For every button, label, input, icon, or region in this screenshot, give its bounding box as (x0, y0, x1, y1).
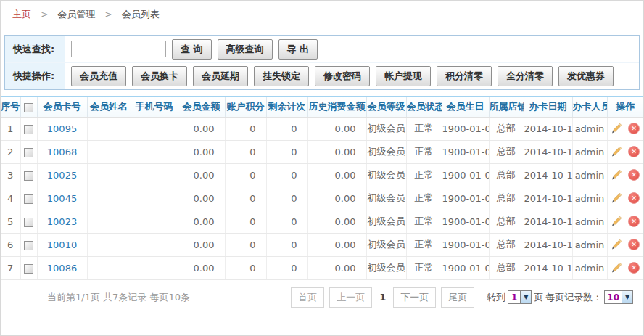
advanced-search-button[interactable]: 高级查询 (218, 39, 273, 60)
operator-cell: admin (572, 117, 607, 140)
next-page-button[interactable]: 下一页 (393, 287, 436, 308)
pagination-bar: 当前第1/1页 共7条记录 每页10条 首页 上一页 1 下一页 尾页 转到 1… (1, 285, 643, 310)
card-number-cell: 10010 (37, 233, 87, 256)
breadcrumb-member-management[interactable]: 会员管理 (57, 9, 95, 20)
level-cell: 初级会员 (366, 140, 406, 163)
delete-icon[interactable] (628, 123, 640, 134)
quick-action-button[interactable]: 发优惠券 (558, 66, 614, 86)
pagesize-value: 10 (605, 291, 622, 303)
operator-cell: admin (572, 210, 607, 233)
operations-cell (607, 187, 643, 210)
pagesize-select[interactable]: 10 ▼ (604, 290, 633, 304)
phone-cell (131, 256, 178, 279)
delete-icon[interactable] (628, 239, 640, 250)
row-checkbox[interactable] (24, 171, 33, 181)
prev-page-button[interactable]: 上一页 (329, 287, 372, 308)
times-cell: 0 (266, 163, 307, 187)
pencil-icon[interactable] (611, 169, 622, 181)
birthday-cell: 1900-01-01 (442, 233, 489, 256)
chevron-down-icon: ▼ (622, 291, 632, 303)
column-header: 会员卡号 (37, 97, 87, 117)
quick-action-button[interactable]: 会员充值 (71, 66, 126, 86)
column-header: 会员生日 (442, 97, 489, 117)
goto-page-value: 1 (508, 291, 520, 303)
delete-icon[interactable] (628, 216, 640, 227)
column-header: 剩余计次 (266, 97, 307, 117)
export-button[interactable]: 导 出 (278, 39, 318, 60)
phone-cell (131, 163, 178, 187)
date-cell: 2014-10-14 (524, 163, 572, 187)
store-cell: 总部 (489, 117, 524, 140)
quick-action-button[interactable]: 会员换卡 (132, 66, 187, 86)
amount-cell: 0.00 (178, 187, 225, 210)
delete-icon[interactable] (628, 146, 640, 157)
quick-action-button[interactable]: 积分清零 (437, 66, 492, 86)
store-cell: 总部 (489, 140, 524, 163)
breadcrumb-member-list[interactable]: 会员列表 (122, 9, 160, 20)
operator-cell: admin (572, 233, 607, 256)
select-all-checkbox[interactable] (24, 103, 33, 112)
breadcrumb-home[interactable]: 主页 (12, 9, 31, 20)
amount-cell: 0.00 (178, 233, 225, 256)
card-number-link[interactable]: 10095 (47, 123, 77, 134)
delete-icon[interactable] (628, 169, 640, 181)
search-input[interactable] (71, 41, 166, 57)
row-checkbox[interactable] (24, 148, 33, 157)
pencil-icon[interactable] (611, 146, 622, 157)
column-header: 办卡人员 (572, 97, 607, 117)
status-cell: 正常 (406, 187, 442, 210)
delete-icon[interactable] (628, 192, 640, 204)
first-page-button[interactable]: 首页 (291, 287, 324, 308)
search-button[interactable]: 查 询 (172, 39, 212, 60)
pencil-icon[interactable] (611, 216, 622, 227)
column-header: 序号 (1, 97, 20, 117)
name-cell (87, 140, 131, 163)
card-number-link[interactable]: 10023 (47, 216, 77, 227)
table-row: 4100450.00000.00初级会员正常1900-01-01总部2014-1… (1, 187, 643, 210)
row-checkbox[interactable] (24, 125, 33, 134)
card-number-link[interactable]: 10045 (47, 193, 77, 204)
goto-page-select[interactable]: 1 ▼ (508, 290, 532, 304)
quick-action-button[interactable]: 修改密码 (315, 66, 370, 86)
amount-cell: 0.00 (178, 163, 225, 187)
pencil-icon[interactable] (611, 239, 622, 250)
row-checkbox[interactable] (24, 218, 33, 227)
pencil-icon[interactable] (611, 192, 622, 204)
quick-action-button[interactable]: 会员延期 (193, 66, 248, 86)
card-number-link[interactable]: 10025 (47, 170, 77, 181)
last-page-button[interactable]: 尾页 (441, 287, 474, 308)
card-number-link[interactable]: 10068 (47, 147, 77, 157)
quick-action-button[interactable]: 帐户提现 (376, 66, 431, 86)
operator-cell: admin (572, 140, 607, 163)
quick-search-row: 快速查找: 查 询 高级查询 导 出 (5, 36, 639, 62)
points-cell: 0 (225, 233, 266, 256)
times-cell: 0 (266, 210, 307, 233)
status-cell: 正常 (406, 256, 442, 279)
current-page-number: 1 (379, 292, 386, 303)
delete-icon[interactable] (628, 262, 640, 274)
points-cell: 0 (225, 210, 266, 233)
row-checkbox-cell (20, 256, 37, 279)
pencil-icon[interactable] (611, 123, 622, 134)
quick-actions-buttons: 会员充值会员换卡会员延期挂失锁定修改密码帐户提现积分清零全分清零发优惠券 (65, 63, 639, 89)
quick-action-button[interactable]: 挂失锁定 (254, 66, 309, 86)
toolbar-panel: 快速查找: 查 询 高级查询 导 出 快捷操作: 会员充值会员换卡会员延期挂失锁… (4, 35, 640, 90)
pagesize-label: 每页记录数： (545, 291, 602, 304)
card-number-cell: 10023 (37, 210, 87, 233)
row-checkbox-cell (20, 117, 37, 140)
card-number-link[interactable]: 10086 (47, 263, 77, 274)
row-checkbox[interactable] (24, 194, 33, 204)
history-cell: 0.00 (307, 187, 366, 210)
chevron-down-icon: ▼ (520, 291, 531, 303)
birthday-cell: 1900-01-01 (442, 210, 489, 233)
pencil-icon[interactable] (611, 262, 622, 274)
column-header: 账户积分 (225, 97, 266, 117)
row-checkbox[interactable] (24, 264, 33, 274)
card-number-link[interactable]: 10010 (47, 239, 77, 250)
index-cell: 3 (1, 163, 20, 187)
store-cell: 总部 (489, 187, 524, 210)
row-checkbox[interactable] (24, 241, 33, 250)
name-cell (87, 233, 131, 256)
quick-action-button[interactable]: 全分清零 (498, 66, 553, 86)
history-cell: 0.00 (307, 233, 366, 256)
